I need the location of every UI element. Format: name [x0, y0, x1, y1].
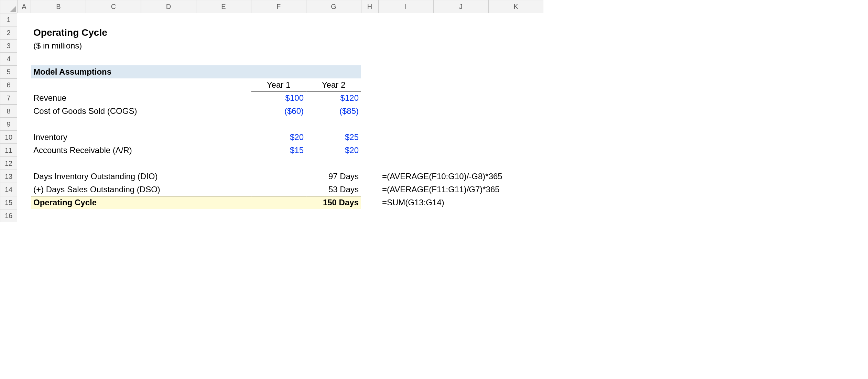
cell[interactable]	[433, 118, 488, 131]
revenue-y1[interactable]: $100	[251, 91, 306, 105]
row-header-13[interactable]: 13	[0, 170, 17, 183]
dio-formula[interactable]: =(AVERAGE(F10:G10)/-G8)*365	[378, 170, 543, 183]
col-header-H[interactable]: H	[361, 0, 378, 13]
cell[interactable]	[31, 209, 86, 222]
cell[interactable]	[361, 91, 378, 105]
cell[interactable]	[488, 131, 543, 144]
row-header-16[interactable]: 16	[0, 209, 17, 222]
cell[interactable]	[433, 105, 488, 118]
cell[interactable]	[306, 157, 361, 170]
cell[interactable]	[17, 52, 31, 65]
oc-value[interactable]: 150 Days	[306, 196, 361, 209]
cell[interactable]	[361, 183, 378, 196]
dso-value[interactable]: 53 Days	[306, 183, 361, 196]
cell[interactable]	[378, 157, 433, 170]
inventory-y2[interactable]: $25	[306, 131, 361, 144]
cell[interactable]	[141, 209, 196, 222]
cell[interactable]	[17, 157, 31, 170]
cogs-y2[interactable]: ($85)	[306, 105, 361, 118]
cell[interactable]	[17, 105, 31, 118]
cell[interactable]	[433, 91, 488, 105]
label-revenue[interactable]: Revenue	[31, 91, 251, 105]
cell[interactable]	[433, 13, 488, 26]
cell[interactable]	[378, 131, 433, 144]
cogs-y1[interactable]: ($60)	[251, 105, 306, 118]
cell[interactable]	[251, 196, 306, 209]
cell[interactable]	[196, 209, 251, 222]
ar-y1[interactable]: $15	[251, 144, 306, 157]
select-all-corner[interactable]	[0, 0, 17, 13]
cell[interactable]	[433, 65, 488, 78]
cell[interactable]	[378, 52, 433, 65]
cell[interactable]	[433, 209, 488, 222]
col-header-K[interactable]: K	[488, 0, 543, 13]
cell[interactable]	[361, 39, 378, 52]
cell[interactable]	[17, 209, 31, 222]
cell[interactable]	[196, 118, 251, 131]
col-header-A[interactable]: A	[17, 0, 31, 13]
inventory-y1[interactable]: $20	[251, 131, 306, 144]
cell[interactable]	[17, 196, 31, 209]
row-header-15[interactable]: 15	[0, 196, 17, 209]
cell[interactable]	[378, 209, 433, 222]
cell[interactable]	[17, 13, 31, 26]
cell[interactable]	[86, 13, 141, 26]
cell[interactable]	[361, 131, 378, 144]
cell[interactable]	[17, 183, 31, 196]
row-header-1[interactable]: 1	[0, 13, 17, 26]
cell[interactable]	[141, 52, 196, 65]
cell[interactable]	[488, 39, 543, 52]
cell[interactable]	[488, 105, 543, 118]
cell[interactable]	[361, 26, 378, 39]
cell[interactable]	[31, 13, 86, 26]
cell[interactable]	[31, 118, 86, 131]
cell[interactable]	[251, 170, 306, 183]
cell[interactable]	[196, 78, 251, 91]
cell[interactable]	[31, 78, 86, 91]
cell[interactable]	[251, 13, 306, 26]
cell[interactable]	[251, 52, 306, 65]
cell[interactable]	[433, 39, 488, 52]
year1-header[interactable]: Year 1	[251, 78, 306, 91]
row-header-6[interactable]: 6	[0, 78, 17, 91]
cell[interactable]	[488, 209, 543, 222]
cell[interactable]	[433, 157, 488, 170]
row-header-12[interactable]: 12	[0, 157, 17, 170]
row-header-2[interactable]: 2	[0, 26, 17, 39]
cell[interactable]	[141, 78, 196, 91]
cell[interactable]	[488, 157, 543, 170]
row-header-7[interactable]: 7	[0, 91, 17, 105]
cell[interactable]	[378, 91, 433, 105]
col-header-E[interactable]: E	[196, 0, 251, 13]
col-header-G[interactable]: G	[306, 0, 361, 13]
cell[interactable]	[86, 52, 141, 65]
cell[interactable]	[433, 78, 488, 91]
col-header-J[interactable]: J	[433, 0, 488, 13]
label-dio[interactable]: Days Inventory Outstanding (DIO)	[31, 170, 251, 183]
cell[interactable]	[488, 26, 543, 39]
col-header-F[interactable]: F	[251, 0, 306, 13]
section-header[interactable]: Model Assumptions	[31, 65, 361, 78]
cell[interactable]	[306, 209, 361, 222]
cell[interactable]	[17, 144, 31, 157]
cell[interactable]	[86, 78, 141, 91]
cell[interactable]	[378, 144, 433, 157]
cell[interactable]	[31, 157, 86, 170]
row-header-14[interactable]: 14	[0, 183, 17, 196]
cell[interactable]	[378, 26, 433, 39]
spreadsheet[interactable]: A B C D E F G H I J K 1 2 Operating Cycl…	[0, 0, 868, 222]
cell[interactable]	[378, 105, 433, 118]
page-title[interactable]: Operating Cycle	[31, 26, 361, 39]
ar-y2[interactable]: $20	[306, 144, 361, 157]
label-cogs[interactable]: Cost of Goods Sold (COGS)	[31, 105, 251, 118]
cell[interactable]	[361, 118, 378, 131]
cell[interactable]	[378, 65, 433, 78]
year2-header[interactable]: Year 2	[306, 78, 361, 91]
cell[interactable]	[378, 118, 433, 131]
cell[interactable]	[17, 170, 31, 183]
cell[interactable]	[251, 183, 306, 196]
cell[interactable]	[17, 118, 31, 131]
cell[interactable]	[361, 144, 378, 157]
cell[interactable]	[196, 52, 251, 65]
cell[interactable]	[17, 78, 31, 91]
